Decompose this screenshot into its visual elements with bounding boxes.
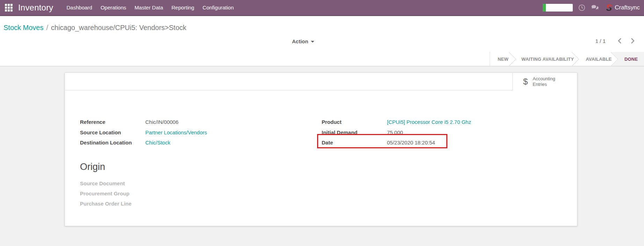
avatar: S <box>606 4 612 12</box>
action-label: Action <box>292 38 308 44</box>
field-label-initial-demand: Initial Demand <box>322 129 387 135</box>
chevron-right-icon <box>630 38 635 44</box>
form-view: $ Accounting Entries Reference Chic/IN/0… <box>0 66 644 246</box>
stage-waiting-availability[interactable]: WAITING AVAILABILITY <box>516 52 579 66</box>
origin-section-title: Origin <box>80 162 105 172</box>
menu-item-master-data[interactable]: Master Data <box>131 2 167 13</box>
origin-field-procurement-group: Procurement Group <box>80 188 132 199</box>
field-row-reference: Reference Chic/IN/00006 <box>80 117 276 127</box>
field-label-product: Product <box>322 119 387 125</box>
breadcrumb-separator: / <box>46 24 48 31</box>
field-row-date: Date 05/23/2020 18:20:54 <box>322 137 545 148</box>
breadcrumb-current: chicago_warehouse/CPUi5: Vendors>Stock <box>51 24 186 31</box>
pager-value: 1 / 1 <box>595 38 606 44</box>
form-sheet: $ Accounting Entries Reference Chic/IN/0… <box>65 73 577 226</box>
breadcrumb-stock-moves-link[interactable]: Stock Moves <box>3 24 43 31</box>
button-box: $ Accounting Entries <box>512 73 577 90</box>
control-panel: Stock Moves/chicago_warehouse/CPUi5: Ven… <box>0 16 644 66</box>
accounting-entries-button[interactable]: $ Accounting Entries <box>513 73 577 90</box>
action-menu-button[interactable]: Action <box>292 37 314 45</box>
field-group-left: Reference Chic/IN/00006 Source Location … <box>80 117 276 148</box>
main-menu: Dashboard Operations Master Data Reporti… <box>63 2 237 13</box>
field-row-initial-demand: Initial Demand 75.000 <box>322 127 545 138</box>
field-value-date: 05/23/2020 18:20:54 <box>387 140 435 146</box>
field-value-source-location-link[interactable]: Partner Locations/Vendors <box>145 129 207 135</box>
field-row-destination-location: Destination Location Chic/Stock <box>80 137 276 148</box>
pager-next-button[interactable] <box>629 38 636 44</box>
user-name: Craftsync <box>615 4 640 11</box>
dollar-icon: $ <box>523 77 528 87</box>
user-menu[interactable]: S Craftsync <box>606 4 640 12</box>
field-row-product: Product [CPUi5] Processor Core i5 2.70 G… <box>322 117 545 127</box>
messages-chat-icon[interactable] <box>591 3 599 12</box>
apps-grid-icon[interactable] <box>5 4 13 12</box>
menu-item-configuration[interactable]: Configuration <box>199 2 237 13</box>
field-value-initial-demand: 75.000 <box>387 129 403 135</box>
stage-available[interactable]: AVAILABLE <box>579 52 618 66</box>
timer-progress-fill <box>543 4 546 12</box>
accounting-entries-label: Accounting Entries <box>533 76 559 87</box>
field-value-product-link[interactable]: [CPUi5] Processor Core i5 2.70 Ghz <box>387 119 471 125</box>
pager-previous-button[interactable] <box>616 38 623 44</box>
menu-item-dashboard[interactable]: Dashboard <box>63 2 96 13</box>
menu-item-reporting[interactable]: Reporting <box>168 2 198 13</box>
top-navbar: Inventory Dashboard Operations Master Da… <box>0 0 644 16</box>
sheet-header: $ Accounting Entries <box>65 73 577 90</box>
caret-down-icon <box>311 41 314 43</box>
origin-field-group: Source Document Procurement Group Purcha… <box>80 178 132 209</box>
topbar-right: S Craftsync <box>543 3 640 12</box>
origin-field-purchase-order-line: Purchase Order Line <box>80 199 132 209</box>
stage-new[interactable]: NEW <box>490 52 516 66</box>
origin-field-source-document: Source Document <box>80 178 132 188</box>
activities-clock-icon[interactable] <box>578 3 586 12</box>
pager: 1 / 1 <box>595 38 636 44</box>
menu-item-operations[interactable]: Operations <box>97 2 130 13</box>
field-label-reference: Reference <box>80 119 145 125</box>
field-label-source-location: Source Location <box>80 129 145 135</box>
field-row-source-location: Source Location Partner Locations/Vendor… <box>80 127 276 138</box>
field-label-destination-location: Destination Location <box>80 140 145 146</box>
field-group-right: Product [CPUi5] Processor Core i5 2.70 G… <box>322 117 545 148</box>
field-value-reference: Chic/IN/00006 <box>145 119 178 125</box>
statusbar: NEW WAITING AVAILABILITY AVAILABLE DONE <box>490 52 644 66</box>
field-label-date: Date <box>322 140 387 146</box>
breadcrumb: Stock Moves/chicago_warehouse/CPUi5: Ven… <box>3 24 186 32</box>
timer-progress-bar <box>543 4 573 12</box>
app-title[interactable]: Inventory <box>18 3 53 13</box>
field-value-destination-location-link[interactable]: Chic/Stock <box>145 140 170 146</box>
chevron-left-icon <box>617 38 622 44</box>
